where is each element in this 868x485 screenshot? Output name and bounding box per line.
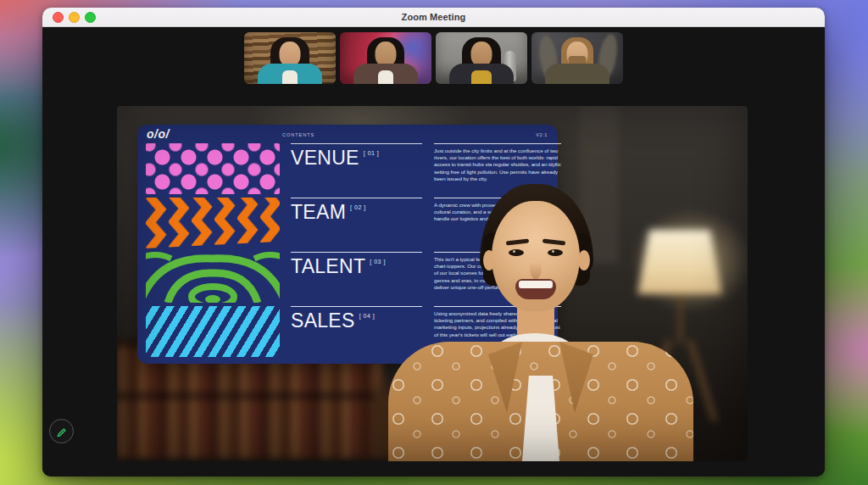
section-number: [ 04 ] bbox=[359, 313, 376, 319]
participant-3-figure bbox=[436, 32, 527, 84]
close-button[interactable] bbox=[53, 12, 64, 23]
pencil-icon bbox=[55, 425, 68, 438]
participant-1-figure bbox=[244, 32, 336, 84]
participant-2-figure bbox=[340, 32, 431, 84]
window-titlebar[interactable]: Zoom Meeting bbox=[42, 8, 825, 27]
participant-4-figure bbox=[531, 32, 623, 84]
presenter-face bbox=[492, 201, 580, 311]
annotate-button[interactable] bbox=[49, 419, 74, 443]
section-number: [ 01 ] bbox=[364, 150, 380, 156]
participant-video-2[interactable] bbox=[340, 32, 431, 84]
main-speaker-video: o/o/ CONTENTS V2:1 VENUE [ 01 ] Just out… bbox=[117, 106, 748, 461]
fullscreen-button[interactable] bbox=[85, 12, 96, 23]
green-contours-pattern-tile bbox=[146, 252, 280, 303]
minimize-button[interactable] bbox=[69, 12, 80, 23]
pink-dots-pattern-tile bbox=[146, 143, 280, 194]
brand-logo: o/o/ bbox=[147, 127, 170, 141]
participant-video-1[interactable] bbox=[244, 32, 336, 84]
section-number: [ 02 ] bbox=[350, 204, 366, 210]
window-title: Zoom Meeting bbox=[402, 12, 466, 22]
section-title: SALES bbox=[291, 311, 355, 331]
participant-video-4[interactable] bbox=[531, 32, 623, 84]
presenter-figure bbox=[388, 184, 693, 461]
contents-label: CONTENTS bbox=[282, 132, 314, 137]
orange-chevrons-pattern-tile bbox=[146, 198, 280, 248]
section-number: [ 03 ] bbox=[370, 259, 386, 265]
section-title: VENUE bbox=[291, 148, 359, 168]
cyan-stripes-pattern-tile bbox=[146, 306, 280, 357]
version-label: V2:1 bbox=[536, 132, 548, 137]
participant-filmstrip bbox=[42, 32, 825, 84]
desktop-wallpaper: Zoom Meeting bbox=[0, 0, 868, 485]
zoom-meeting-window: Zoom Meeting bbox=[42, 8, 825, 477]
participant-video-3[interactable] bbox=[436, 32, 527, 84]
section-title: TEAM bbox=[291, 203, 346, 222]
presenter-jacket bbox=[388, 342, 693, 461]
section-title: TALENT bbox=[291, 257, 365, 276]
meeting-content-area: o/o/ CONTENTS V2:1 VENUE [ 01 ] Just out… bbox=[42, 27, 825, 477]
traffic-lights bbox=[53, 8, 96, 26]
